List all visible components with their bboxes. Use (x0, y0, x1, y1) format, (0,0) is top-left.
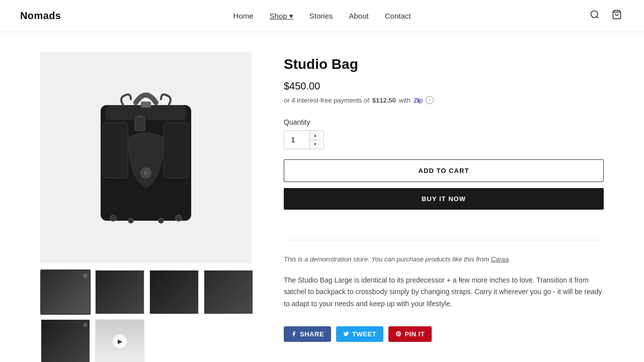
play-icon: ▶ (113, 334, 127, 348)
pinterest-share-button[interactable]: PIN IT (388, 326, 432, 342)
thumbnail-4[interactable] (203, 269, 254, 315)
caraa-link[interactable]: Caraa (491, 255, 509, 263)
thumbnail-5[interactable]: ◎ (40, 319, 91, 362)
nav-about[interactable]: About (349, 12, 369, 20)
add-to-cart-button[interactable]: ADD TO CART (284, 159, 604, 182)
quantity-label: Quantity (284, 118, 604, 126)
facebook-icon (291, 331, 297, 337)
thumb-icon-1: ◎ (83, 273, 88, 278)
svg-point-8 (143, 170, 148, 175)
product-price: $450.00 (284, 80, 604, 92)
svg-rect-5 (103, 123, 128, 178)
bag-illustration (80, 72, 211, 243)
nav-shop[interactable]: Shop ▾ (270, 12, 293, 21)
divider (284, 240, 604, 240)
chevron-down-icon: ▾ (289, 12, 293, 20)
zip-amount: $112.50 (372, 97, 396, 104)
quantity-down-button[interactable]: ▼ (310, 140, 320, 149)
zip-info-icon[interactable]: i (426, 96, 434, 104)
svg-point-14 (128, 218, 133, 223)
zip-logo: Zip (414, 97, 423, 104)
cart-button[interactable] (610, 8, 624, 24)
demo-notice: This is a demonstration store. You can p… (284, 254, 604, 264)
header: Nomads Home Shop ▾ Stories About Contact (0, 0, 644, 32)
thumbnail-6[interactable]: ▶ (95, 319, 145, 362)
zip-with: with (399, 97, 411, 104)
social-share-buttons: SHARE TWEET PIN IT (284, 326, 604, 342)
svg-point-12 (110, 215, 116, 221)
quantity-input[interactable] (284, 131, 309, 149)
thumbnail-row-1: ◎ (40, 269, 254, 315)
main-nav: Home Shop ▾ Stories About Contact (233, 12, 411, 21)
svg-point-0 (591, 11, 598, 18)
thumb-icon-5: ◎ (83, 322, 88, 327)
svg-point-13 (176, 215, 182, 221)
product-info: Studio Bag $450.00 or 4 interest-free pa… (284, 52, 604, 362)
quantity-arrows: ▲ ▼ (309, 131, 320, 149)
zip-text: or 4 interest-free payments of (284, 97, 369, 104)
svg-point-15 (158, 218, 164, 223)
thumbnail-2[interactable] (95, 269, 145, 315)
cart-icon (612, 10, 622, 20)
header-actions (588, 8, 624, 24)
search-icon (590, 10, 600, 20)
logo[interactable]: Nomads (20, 10, 61, 22)
pinterest-icon (395, 331, 401, 337)
main-content: ◎ ◎ ▶ Studio Bag $450.0 (0, 32, 644, 362)
svg-line-1 (597, 17, 599, 19)
thumbnail-row-2: ◎ ▶ (40, 319, 254, 362)
svg-rect-9 (135, 117, 145, 131)
product-description: The Studio Bag Large is identical to its… (284, 275, 604, 310)
thumbnail-3[interactable] (149, 269, 199, 315)
search-button[interactable] (588, 8, 602, 24)
product-images: ◎ ◎ ▶ (40, 52, 254, 362)
svg-rect-11 (141, 102, 151, 108)
quantity-control: ▲ ▼ (284, 130, 324, 149)
thumbnail-1[interactable]: ◎ (40, 269, 91, 315)
nav-contact[interactable]: Contact (385, 12, 411, 20)
twitter-share-button[interactable]: TWEET (336, 326, 383, 342)
main-product-image (40, 52, 252, 263)
zip-payment-info: or 4 interest-free payments of $112.50 w… (284, 96, 604, 104)
product-title: Studio Bag (284, 56, 604, 72)
twitter-icon (343, 331, 349, 337)
buy-now-button[interactable]: BUY IT NOW (284, 188, 604, 210)
nav-stories[interactable]: Stories (309, 12, 333, 20)
svg-rect-6 (164, 123, 189, 178)
facebook-share-button[interactable]: SHARE (284, 326, 331, 342)
nav-home[interactable]: Home (233, 12, 254, 20)
quantity-up-button[interactable]: ▲ (310, 131, 320, 140)
